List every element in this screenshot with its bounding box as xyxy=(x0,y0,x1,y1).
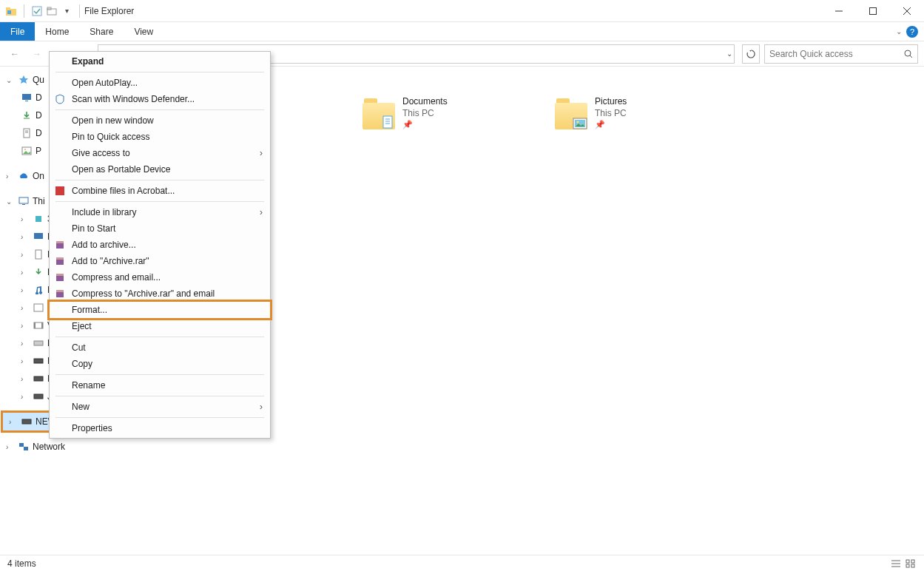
address-dropdown-icon[interactable]: ⌄ xyxy=(726,50,732,58)
ribbon-expand-icon[interactable]: ⌄ xyxy=(896,27,902,36)
svg-rect-47 xyxy=(56,257,64,260)
caret-down-icon[interactable]: ⌄ xyxy=(6,76,15,84)
ribbon: File Home Share View ⌄ ? xyxy=(0,22,924,41)
caret-right-icon[interactable]: › xyxy=(9,418,18,426)
folder-icon xyxy=(362,97,395,129)
svg-rect-15 xyxy=(24,129,30,138)
svg-rect-30 xyxy=(34,359,43,363)
close-button[interactable] xyxy=(890,0,924,22)
caret-right-icon[interactable]: › xyxy=(21,233,30,241)
ctx-add-archive[interactable]: Add to archive... xyxy=(50,237,270,253)
separator xyxy=(55,417,264,418)
back-button[interactable]: ← xyxy=(6,45,24,63)
details-view-icon[interactable] xyxy=(890,558,902,569)
ctx-copy[interactable]: Copy xyxy=(50,356,270,372)
pin-icon: 📌 xyxy=(402,120,448,129)
ctx-pin-quick[interactable]: Pin to Quick access xyxy=(50,129,270,145)
caret-right-icon[interactable]: › xyxy=(21,251,30,259)
svg-point-19 xyxy=(24,149,26,150)
document-icon xyxy=(21,127,33,139)
minimize-button[interactable] xyxy=(822,0,856,22)
music-icon xyxy=(33,284,44,296)
caret-right-icon[interactable]: › xyxy=(6,172,15,180)
refresh-button[interactable] xyxy=(742,44,760,64)
new-folder-qat-icon[interactable] xyxy=(45,4,58,18)
qat-dropdown-icon[interactable]: ▾ xyxy=(60,4,73,18)
cube-icon xyxy=(33,213,44,225)
folder-icon xyxy=(555,97,587,129)
caret-right-icon[interactable]: › xyxy=(21,268,30,277)
context-menu: Expand Open AutoPlay... Scan with Window… xyxy=(49,51,271,439)
properties-qat-icon[interactable] xyxy=(30,4,44,18)
search-box[interactable]: Search Quick access xyxy=(764,44,918,64)
thumbnails-view-icon[interactable] xyxy=(905,558,917,569)
svg-rect-31 xyxy=(34,376,43,381)
ctx-format[interactable]: Format... xyxy=(50,302,270,318)
ctx-add-archive-rar[interactable]: Add to "Archive.rar" xyxy=(50,253,270,269)
svg-rect-32 xyxy=(34,394,43,399)
ribbon-tab-file[interactable]: File xyxy=(0,22,35,41)
svg-rect-22 xyxy=(36,216,41,222)
forward-button[interactable]: → xyxy=(28,45,46,63)
drive-icon xyxy=(33,373,44,385)
svg-rect-25 xyxy=(34,304,43,311)
ctx-pin-start[interactable]: Pin to Start xyxy=(50,220,270,237)
ctx-include-library[interactable]: Include in library› xyxy=(50,204,270,220)
caret-right-icon[interactable]: › xyxy=(21,393,30,401)
ctx-eject[interactable]: Eject xyxy=(50,318,270,334)
svg-rect-3 xyxy=(33,7,41,16)
ctx-portable[interactable]: Open as Portable Device xyxy=(50,161,270,178)
svg-rect-28 xyxy=(41,322,43,328)
caret-right-icon[interactable]: › xyxy=(21,286,30,294)
explorer-icon xyxy=(4,4,18,18)
caret-right-icon[interactable]: › xyxy=(21,375,30,383)
folder-pictures[interactable]: Pictures This PC 📌 xyxy=(555,96,688,129)
maximize-button[interactable] xyxy=(856,0,890,22)
usb-drive-icon xyxy=(21,416,33,428)
caret-right-icon[interactable]: › xyxy=(6,443,15,451)
svg-rect-43 xyxy=(55,186,64,195)
download-icon xyxy=(33,266,44,278)
svg-rect-33 xyxy=(22,419,31,424)
svg-rect-57 xyxy=(906,564,909,567)
window-controls xyxy=(822,0,924,22)
quick-access-toolbar: ▾ xyxy=(4,4,84,18)
ctx-open-autoplay[interactable]: Open AutoPlay... xyxy=(50,75,270,91)
network-icon xyxy=(18,441,30,453)
caret-down-icon[interactable]: ⌄ xyxy=(6,197,15,206)
ctx-expand[interactable]: Expand xyxy=(50,53,270,70)
tree-network[interactable]: › Network xyxy=(0,438,148,456)
caret-right-icon[interactable]: › xyxy=(21,304,30,312)
help-icon[interactable]: ? xyxy=(906,26,918,38)
svg-point-42 xyxy=(577,121,579,123)
caret-right-icon[interactable]: › xyxy=(21,357,30,365)
svg-rect-23 xyxy=(34,233,43,239)
svg-rect-1 xyxy=(6,7,10,10)
caret-right-icon[interactable]: › xyxy=(21,339,30,348)
ctx-give-access[interactable]: Give access to› xyxy=(50,145,270,161)
svg-rect-35 xyxy=(24,447,28,450)
ribbon-tab-home[interactable]: Home xyxy=(35,22,79,41)
ctx-rename[interactable]: Rename xyxy=(50,377,270,393)
monitor-icon xyxy=(21,92,33,104)
svg-line-11 xyxy=(910,55,912,58)
ctx-scan-defender[interactable]: Scan with Windows Defender... xyxy=(50,91,270,107)
tree-label: Thi xyxy=(33,196,45,206)
document-icon xyxy=(33,249,44,260)
ctx-properties[interactable]: Properties xyxy=(50,420,270,436)
ribbon-tab-share[interactable]: Share xyxy=(79,22,124,41)
svg-rect-21 xyxy=(22,204,25,205)
svg-rect-34 xyxy=(19,443,24,447)
ctx-compress-email[interactable]: Compress and email... xyxy=(50,269,270,286)
caret-right-icon[interactable]: › xyxy=(21,322,30,330)
ctx-open-new-window[interactable]: Open in new window xyxy=(50,112,270,129)
ctx-new[interactable]: New› xyxy=(50,399,270,415)
ribbon-tab-view[interactable]: View xyxy=(124,22,163,41)
caret-right-icon[interactable]: › xyxy=(21,215,30,223)
ctx-cut[interactable]: Cut xyxy=(50,339,270,356)
folder-documents[interactable]: Documents This PC 📌 xyxy=(362,96,496,129)
folder-location: This PC xyxy=(402,108,448,118)
ctx-compress-rar-email[interactable]: Compress to "Archive.rar" and email xyxy=(50,286,270,302)
ctx-combine-acrobat[interactable]: Combine files in Acrobat... xyxy=(50,183,270,199)
folder-meta: Pictures This PC 📌 xyxy=(595,96,627,129)
